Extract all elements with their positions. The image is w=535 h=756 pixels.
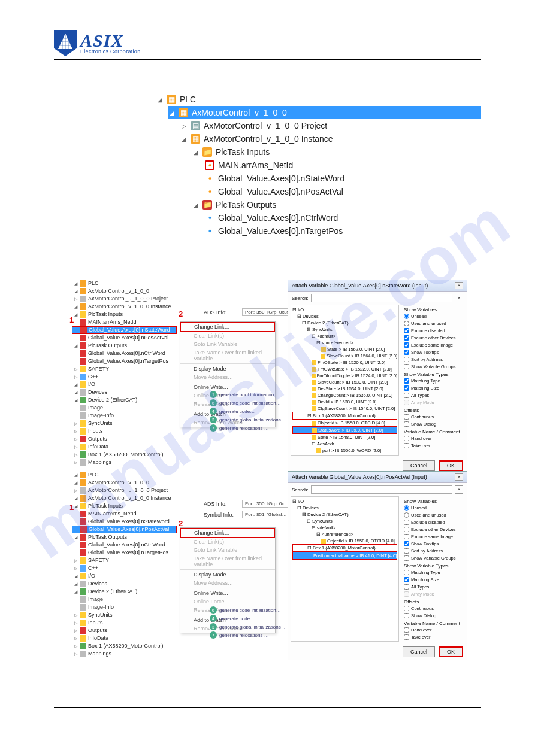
left-tree-a: ◢PLC ◢AxMotorControl_v_1_0_0 ▷AxMotorCon… (72, 280, 177, 466)
symbol-info-b: Symbol Info: Port: 851, 'Global… (204, 511, 290, 518)
plc-tree: ◢▦PLC ◢▦AxMotorControl_v_1_0_0 ▷▤AxMotor… (156, 93, 481, 238)
left-tree-b: ◢PLC ◢AxMotorControl_v_1_0_0 ▷AxMotorCon… (72, 471, 177, 658)
tree-in0[interactable]: MAIN.arrAms_NetId (218, 160, 293, 170)
search-input[interactable] (311, 485, 452, 494)
cancel-button[interactable]: Cancel (403, 460, 435, 471)
ads-info-b: ADS Info: Port: 350, IGrp: 0x… (204, 500, 290, 508)
dialog-title: Attach Variable Global_Value.Axes[0].nSt… (292, 283, 428, 289)
tree-out1[interactable]: Global_Value.Axes[0].nTargetPos (218, 226, 343, 236)
tree-in1[interactable]: Global_Value.Axes[0].nStateWord (218, 174, 344, 183)
tree-outputs[interactable]: PlcTask Outputs (216, 200, 276, 210)
marker-2b: 2 (179, 519, 183, 528)
clear-search-icon[interactable]: × (455, 294, 463, 302)
tree-out0[interactable]: Global_Value.Axes[0].nCtrlWord (218, 213, 338, 223)
menu-change-link[interactable]: Change Link… (180, 322, 275, 332)
sel-nposactval[interactable]: Global_Value.Axes[0].nPosActVal (89, 526, 169, 533)
ads-info-a: ADS Info: Port: 350, IGrp: 0x85… (204, 308, 290, 316)
screenshot-a: 1 2 3 4 ◢PLC ◢AxMotorControl_v_1_0_0 ▷Ax… (72, 280, 467, 417)
close-icon[interactable]: × (455, 473, 463, 481)
header-rule (54, 59, 481, 60)
search-input[interactable] (311, 294, 452, 302)
dialog-options: Show Variables Unused Used and unused Ex… (401, 305, 464, 456)
tree-plc[interactable]: PLC (180, 95, 196, 104)
attach-variable-dialog-a: Attach Variable Global_Value.Axes[0].nSt… (288, 280, 467, 474)
brand-logo: ASIX Electronics Corporation (54, 30, 481, 56)
close-icon[interactable]: × (455, 282, 463, 289)
build-log-a: 1generate boot information… 6generate co… (210, 390, 287, 432)
tree-project-root[interactable]: AxMotorControl_v_1_0_0 (192, 108, 287, 117)
marker-2: 2 (179, 309, 183, 318)
ok-button[interactable]: OK (439, 646, 463, 657)
dialog-tree[interactable]: ⊟I/O ⊟Devices ⊟Device 2 (EtherCAT) ⊟Sync… (291, 305, 399, 456)
pos-act-val-row: Position actual value > IB 41.0, DINT [4… (313, 552, 397, 559)
tree-project[interactable]: AxMotorControl_v_1_0_0 Project (204, 121, 327, 130)
tree-in2[interactable]: Global_Value.Axes[0].nPosActVal (218, 187, 343, 196)
menu-change-link-b[interactable]: Change Link… (180, 528, 275, 538)
dialog-tree-b[interactable]: ⊟I/O ⊟Devices ⊟Device 2 (EtherCAT) ⊟Sync… (291, 496, 399, 642)
sel-nstateword[interactable]: Global_Value.Axes[0].nStateWord (89, 326, 170, 334)
clear-search-icon[interactable]: × (455, 485, 463, 494)
statusword-row: Statusword > IB 39.0, UINT [2.0] (318, 427, 383, 433)
screenshot-b: 1 2 3 4 ◢PLC ◢AxMotorControl_v_1_0_0 ▷Ax… (72, 471, 467, 627)
footer-rule (54, 707, 481, 708)
tree-instance[interactable]: AxMotorControl_v_1_0_0 Instance (204, 134, 333, 144)
tree-inputs[interactable]: PlcTask Inputs (216, 147, 270, 157)
dialog-options-b: Show Variables Unused Used and unused Ex… (401, 496, 464, 642)
ok-button[interactable]: OK (439, 460, 463, 471)
attach-variable-dialog-b: Attach Variable Global_Value.Axes[0].nPo… (288, 471, 467, 660)
build-log-b: 6generate code initialization… 4generate… (210, 606, 287, 639)
cancel-button[interactable]: Cancel (403, 646, 435, 657)
